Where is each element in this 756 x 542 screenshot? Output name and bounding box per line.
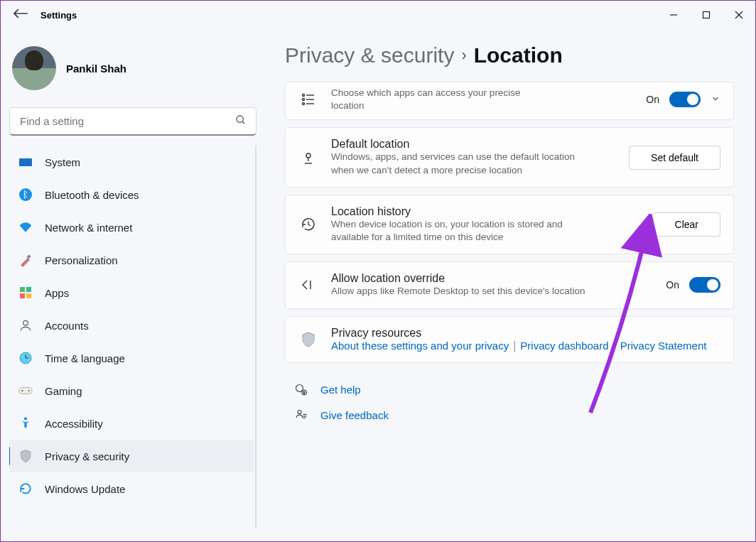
card-title: Location history xyxy=(331,205,640,218)
chevron-right-icon: › xyxy=(461,46,466,65)
user-name: Pankil Shah xyxy=(66,63,126,75)
svg-point-5 xyxy=(237,116,243,122)
toggle-state-label: On xyxy=(646,94,659,105)
svg-point-8 xyxy=(19,188,32,201)
svg-rect-18 xyxy=(19,387,32,394)
link-privacy-statement[interactable]: Privacy Statement xyxy=(620,340,707,352)
app-title: Settings xyxy=(40,10,77,21)
shield-icon xyxy=(298,330,318,349)
sidebar-item-system[interactable]: System xyxy=(9,146,254,178)
sidebar-item-label: System xyxy=(45,156,80,168)
card-app-access[interactable]: Choose which apps can access your precis… xyxy=(285,82,734,120)
give-feedback[interactable]: Give feedback xyxy=(285,403,734,428)
shield-icon xyxy=(18,448,33,464)
svg-point-22 xyxy=(303,94,305,97)
link-privacy-dashboard[interactable]: Privacy dashboard xyxy=(520,340,608,352)
card-location-history: Location history When device location is… xyxy=(285,195,734,254)
search-input[interactable] xyxy=(9,107,256,136)
sidebar-item-personalization[interactable]: Personalization xyxy=(9,244,254,276)
list-icon xyxy=(298,90,318,109)
sidebar-item-label: Accessibility xyxy=(45,418,103,430)
svg-rect-2 xyxy=(703,12,710,18)
get-help-label: Get help xyxy=(320,384,361,396)
breadcrumb-parent[interactable]: Privacy & security xyxy=(285,43,454,67)
avatar xyxy=(12,46,56,90)
get-help[interactable]: ? Get help xyxy=(285,377,734,403)
wifi-icon xyxy=(18,219,33,235)
back-arrow-line xyxy=(12,7,31,23)
help-icon: ? xyxy=(293,383,309,397)
svg-line-6 xyxy=(242,121,244,124)
card-privacy-resources: Privacy resources About these settings a… xyxy=(285,316,734,363)
svg-rect-7 xyxy=(19,158,32,166)
svg-rect-10 xyxy=(20,287,25,292)
person-icon xyxy=(18,318,33,333)
override-toggle[interactable] xyxy=(689,277,720,293)
svg-rect-12 xyxy=(20,293,25,298)
svg-point-33 xyxy=(298,410,301,413)
card-title: Allow location override xyxy=(331,272,653,285)
search-icon xyxy=(235,114,247,129)
sidebar-item-label: Time & language xyxy=(45,352,125,364)
history-icon xyxy=(298,215,318,234)
apps-icon xyxy=(18,285,33,300)
sidebar-item-accessibility[interactable]: Accessibility xyxy=(9,407,254,440)
sidebar-item-label: Gaming xyxy=(45,385,82,397)
sidebar-item-label: Privacy & security xyxy=(45,450,129,462)
app-access-toggle[interactable] xyxy=(669,92,701,107)
toggle-state-label: On xyxy=(666,279,679,291)
close-button[interactable] xyxy=(723,1,755,29)
sidebar-item-label: Accounts xyxy=(45,320,89,332)
sidebar-item-privacy[interactable]: Privacy & security xyxy=(9,440,254,472)
card-default-location: Default location Windows, apps, and serv… xyxy=(285,127,734,187)
card-desc: When device location is on, your locatio… xyxy=(331,218,587,244)
card-desc: Windows, apps, and services can use the … xyxy=(331,151,587,176)
bluetooth-icon xyxy=(18,187,33,202)
svg-point-26 xyxy=(303,103,305,105)
clock-icon xyxy=(18,350,33,366)
sidebar-item-gaming[interactable]: Gaming xyxy=(9,374,254,407)
sidebar-item-time[interactable]: Time & language xyxy=(9,342,254,374)
give-feedback-label: Give feedback xyxy=(320,409,389,421)
svg-rect-13 xyxy=(26,293,31,298)
link-about-privacy[interactable]: About these settings and your privacy xyxy=(331,340,509,352)
chevron-down-icon[interactable] xyxy=(711,94,720,106)
minimize-button[interactable] xyxy=(657,1,690,29)
sidebar-item-label: Windows Update xyxy=(45,483,125,495)
card-location-override: Allow location override Allow apps like … xyxy=(285,261,734,308)
sidebar: Pankil Shah System Bluetooth & devices xyxy=(1,29,264,541)
breadcrumb: Privacy & security › Location xyxy=(285,43,734,67)
main-content: Privacy & security › Location Choose whi… xyxy=(264,29,755,541)
separator: | xyxy=(510,340,519,352)
breadcrumb-current: Location xyxy=(474,43,563,67)
maximize-button[interactable] xyxy=(690,1,723,29)
update-icon xyxy=(18,481,33,497)
gamepad-icon xyxy=(18,383,33,399)
svg-point-24 xyxy=(303,99,305,101)
sidebar-item-update[interactable]: Windows Update xyxy=(9,472,254,505)
sidebar-item-label: Personalization xyxy=(45,254,118,266)
card-title: Privacy resources xyxy=(331,327,720,340)
sidebar-item-network[interactable]: Network & internet xyxy=(9,211,254,244)
sidebar-item-apps[interactable]: Apps xyxy=(9,276,254,309)
svg-rect-11 xyxy=(26,287,31,292)
pin-icon xyxy=(298,148,318,168)
title-bar: Settings xyxy=(1,1,755,29)
svg-text:?: ? xyxy=(303,390,306,394)
set-default-button[interactable]: Set default xyxy=(629,146,720,170)
override-icon xyxy=(298,275,318,295)
separator: | xyxy=(610,340,619,352)
svg-point-20 xyxy=(28,390,30,392)
system-icon xyxy=(18,154,33,170)
sidebar-item-label: Network & internet xyxy=(45,222,132,234)
clear-button[interactable]: Clear xyxy=(653,212,720,237)
sidebar-item-accounts[interactable]: Accounts xyxy=(9,309,254,342)
card-title: Default location xyxy=(331,138,616,151)
accessibility-icon xyxy=(18,416,33,431)
sidebar-item-label: Bluetooth & devices xyxy=(45,189,139,201)
svg-point-14 xyxy=(23,320,28,325)
card-desc: Allow apps like Remote Desktop to set th… xyxy=(331,285,587,298)
sidebar-item-bluetooth[interactable]: Bluetooth & devices xyxy=(9,178,254,211)
svg-point-30 xyxy=(296,384,303,391)
user-profile[interactable]: Pankil Shah xyxy=(9,38,256,107)
